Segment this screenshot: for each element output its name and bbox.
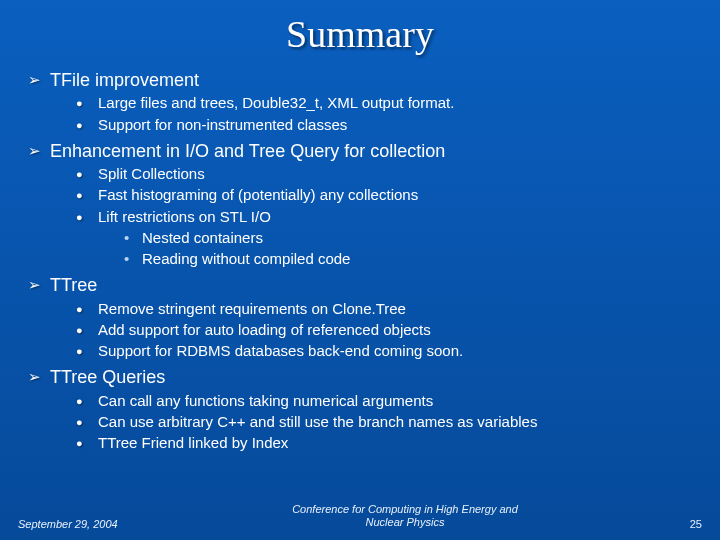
bullet-text: Remove stringent requirements on Clone.T… bbox=[98, 299, 406, 319]
bullet-text: Can use arbitrary C++ and still use the … bbox=[98, 412, 537, 432]
bullet-item: ● Remove stringent requirements on Clone… bbox=[76, 299, 700, 319]
bullet-text: Add support for auto loading of referenc… bbox=[98, 320, 431, 340]
bullet-text: Support for non-instrumented classes bbox=[98, 115, 347, 135]
footer-page-number: 25 bbox=[662, 518, 702, 530]
dot-bullet-icon: ● bbox=[76, 299, 98, 319]
bullet-item: ● Fast histograming of (potentially) any… bbox=[76, 185, 700, 205]
bullet-item: ● TTree Friend linked by Index bbox=[76, 433, 700, 453]
bullet-text: Large files and trees, Double32_t, XML o… bbox=[98, 93, 454, 113]
sub-bullet-item: • Reading without compiled code bbox=[124, 249, 700, 269]
dot-bullet-icon: ● bbox=[76, 391, 98, 411]
bullet-text: TTree Friend linked by Index bbox=[98, 433, 288, 453]
dot-bullet-icon: ● bbox=[76, 320, 98, 340]
footer-conference-line1: Conference for Computing in High Energy … bbox=[292, 503, 518, 515]
bullet-item: ● Lift restrictions on STL I/O bbox=[76, 207, 700, 227]
section-heading-text: TTree bbox=[50, 273, 97, 297]
dot-bullet-icon: ● bbox=[76, 207, 98, 227]
bullet-item: ● Can use arbitrary C++ and still use th… bbox=[76, 412, 700, 432]
section-heading: ➢ Enhancement in I/O and Tree Query for … bbox=[28, 139, 700, 163]
sub-bullet-text: Nested containers bbox=[142, 228, 263, 248]
section-heading-text: TTree Queries bbox=[50, 365, 165, 389]
slide-title: Summary bbox=[0, 0, 720, 64]
dot-bullet-icon: ● bbox=[76, 341, 98, 361]
dot-bullet-icon: ● bbox=[76, 164, 98, 184]
bullet-text: Support for RDBMS databases back-end com… bbox=[98, 341, 463, 361]
bullet-text: Split Collections bbox=[98, 164, 205, 184]
bullet-text: Can call any functions taking numerical … bbox=[98, 391, 433, 411]
sub-bullet-icon: • bbox=[124, 249, 142, 269]
section-heading-text: TFile improvement bbox=[50, 68, 199, 92]
arrow-bullet-icon: ➢ bbox=[28, 68, 50, 92]
arrow-bullet-icon: ➢ bbox=[28, 273, 50, 297]
section-heading-text: Enhancement in I/O and Tree Query for co… bbox=[50, 139, 445, 163]
sub-bullet-item: • Nested containers bbox=[124, 228, 700, 248]
dot-bullet-icon: ● bbox=[76, 115, 98, 135]
section-heading: ➢ TTree bbox=[28, 273, 700, 297]
footer-conference-line2: Nuclear Physics bbox=[366, 516, 445, 528]
dot-bullet-icon: ● bbox=[76, 412, 98, 432]
bullet-item: ● Large files and trees, Double32_t, XML… bbox=[76, 93, 700, 113]
bullet-item: ● Support for non-instrumented classes bbox=[76, 115, 700, 135]
bullet-text: Fast histograming of (potentially) any c… bbox=[98, 185, 418, 205]
footer-date: September 29, 2004 bbox=[18, 518, 148, 530]
sub-bullet-text: Reading without compiled code bbox=[142, 249, 350, 269]
dot-bullet-icon: ● bbox=[76, 433, 98, 453]
arrow-bullet-icon: ➢ bbox=[28, 139, 50, 163]
bullet-item: ● Can call any functions taking numerica… bbox=[76, 391, 700, 411]
bullet-text: Lift restrictions on STL I/O bbox=[98, 207, 271, 227]
bullet-item: ● Support for RDBMS databases back-end c… bbox=[76, 341, 700, 361]
footer-conference: Conference for Computing in High Energy … bbox=[148, 503, 662, 531]
section-heading: ➢ TFile improvement bbox=[28, 68, 700, 92]
sub-bullet-icon: • bbox=[124, 228, 142, 248]
section-heading: ➢ TTree Queries bbox=[28, 365, 700, 389]
slide-content: ➢ TFile improvement ● Large files and tr… bbox=[0, 68, 720, 453]
dot-bullet-icon: ● bbox=[76, 185, 98, 205]
slide-footer: September 29, 2004 Conference for Comput… bbox=[0, 503, 720, 531]
dot-bullet-icon: ● bbox=[76, 93, 98, 113]
arrow-bullet-icon: ➢ bbox=[28, 365, 50, 389]
bullet-item: ● Split Collections bbox=[76, 164, 700, 184]
bullet-item: ● Add support for auto loading of refere… bbox=[76, 320, 700, 340]
